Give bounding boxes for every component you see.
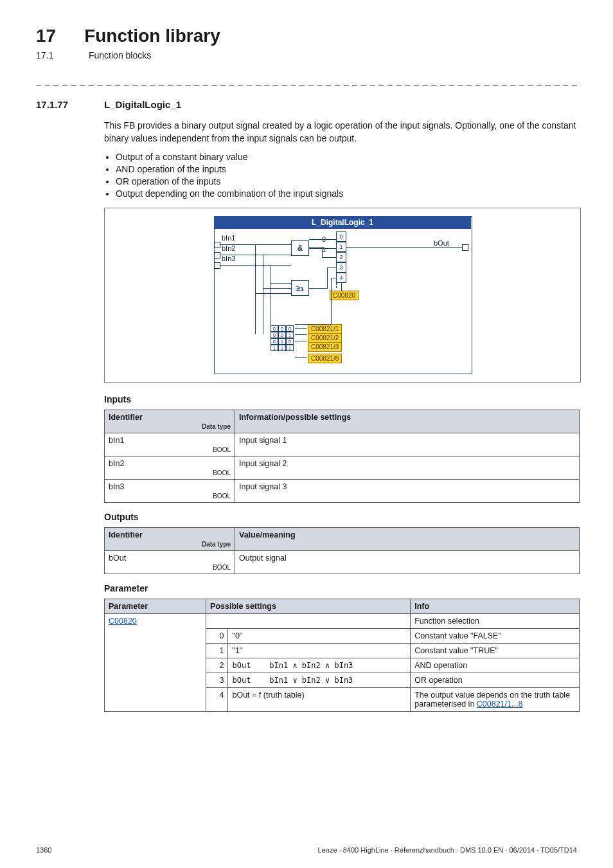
param-tag-c00820: C00820 bbox=[330, 291, 359, 300]
truth-cell: 1 bbox=[271, 345, 278, 351]
wire bbox=[346, 247, 462, 248]
wire bbox=[220, 255, 291, 255]
wire bbox=[309, 248, 336, 249]
col-info: Information/possible settings bbox=[235, 410, 580, 433]
th-text: Identifier bbox=[109, 530, 143, 539]
th-subtext: Data type bbox=[109, 423, 231, 430]
outputs-table: Identifier Data type Value/meaning bOutB… bbox=[104, 527, 580, 574]
footer-meta: Lenze · 8400 HighLine · Referenzhandbuch… bbox=[318, 846, 577, 854]
inputs-table: Identifier Data type Information/possibl… bbox=[104, 410, 580, 503]
cell-id: bIn2 bbox=[109, 459, 124, 468]
cell-info: Input signal 1 bbox=[235, 433, 580, 456]
inputs-heading: Inputs bbox=[104, 394, 577, 404]
col-possible-settings: Possible settings bbox=[206, 599, 411, 613]
cell-num: 3 bbox=[206, 673, 228, 687]
truth-cell: 0 bbox=[278, 332, 286, 338]
wire bbox=[220, 244, 291, 245]
setting-expr: bIn1 ∨ bIn2 ∨ bIn3 bbox=[269, 676, 353, 685]
input-port bbox=[214, 252, 220, 258]
chapter-header: 17 Function library bbox=[36, 26, 577, 46]
input-label-bIn3: bIn3 bbox=[222, 255, 235, 262]
cell-setting: bOut bIn1 ∧ bIn2 ∧ bIn3 bbox=[228, 658, 411, 673]
parameter-table: Parameter Possible settings Info C00820 … bbox=[104, 599, 580, 712]
truth-cell: 0 bbox=[271, 332, 278, 338]
cell-setting: bOut bIn1 ∨ bIn2 ∨ bIn3 bbox=[228, 673, 411, 687]
or-gate: ≥₁ bbox=[291, 280, 309, 296]
mux-slot: 3 bbox=[336, 262, 346, 273]
wire bbox=[295, 357, 306, 358]
setting-pre: bOut bbox=[232, 661, 251, 670]
wire bbox=[263, 288, 291, 289]
table-row: bOutBOOL Output signal bbox=[105, 550, 580, 574]
wire bbox=[255, 293, 291, 294]
cell-setting: "1" bbox=[228, 643, 411, 658]
block-diagram: L_DigitalLogic_1 bIn1 bIn2 bIn3 & ≥₁ 0 1… bbox=[104, 208, 581, 383]
cell-info: Input signal 3 bbox=[235, 479, 580, 502]
param-tag-c00821-1: C00821/1 bbox=[308, 324, 342, 334]
wire bbox=[309, 288, 327, 289]
param-link-c00821[interactable]: C00821/1...8 bbox=[477, 700, 523, 709]
param-tag-c00821-2: C00821/2 bbox=[308, 333, 342, 343]
param-tag-c00821-3: C00821/3 bbox=[308, 342, 342, 352]
cell-info: The output value depends on the truth ta… bbox=[411, 687, 580, 711]
section-heading: 17.1.77 L_DigitalLogic_1 bbox=[36, 99, 577, 110]
wire bbox=[295, 324, 331, 325]
truth-cell: 1 bbox=[286, 345, 294, 351]
param-link-c00820[interactable]: C00820 bbox=[109, 617, 137, 626]
setting-pre: bOut bbox=[232, 676, 251, 685]
wire bbox=[309, 247, 322, 248]
col-identifier: Identifier Data type bbox=[105, 410, 235, 433]
col-info: Info bbox=[411, 599, 580, 613]
th-subtext: Data type bbox=[109, 541, 231, 548]
wire bbox=[220, 265, 291, 266]
wire bbox=[271, 265, 271, 334]
col-identifier: Identifier Data type bbox=[105, 527, 235, 550]
section-title: L_DigitalLogic_1 bbox=[104, 99, 181, 110]
diagram-title: L_DigitalLogic_1 bbox=[214, 216, 471, 229]
mux-slot: 1 bbox=[336, 242, 346, 252]
wire bbox=[255, 244, 256, 334]
subchapter-title: Function blocks bbox=[89, 50, 151, 60]
truth-cell: 0 bbox=[271, 338, 278, 345]
page-footer: 1360 Lenze · 8400 HighLine · Referenzhan… bbox=[36, 846, 577, 854]
wire bbox=[327, 267, 328, 289]
wire bbox=[322, 257, 336, 258]
wire bbox=[322, 247, 323, 257]
chapter-title: Function library bbox=[84, 26, 220, 46]
subchapter-number: 17.1 bbox=[36, 50, 60, 60]
cell-id: bIn3 bbox=[109, 482, 124, 491]
cell-num: 2 bbox=[206, 658, 228, 673]
mux-slot: 4 bbox=[336, 273, 346, 283]
cell-info: OR operation bbox=[411, 673, 580, 687]
wire bbox=[263, 255, 263, 334]
table-row: C00820 Function selection bbox=[105, 613, 580, 628]
cell-num: 0 bbox=[206, 628, 228, 643]
col-info: Value/meaning bbox=[235, 527, 580, 550]
setting-expr: bIn1 ∧ bIn2 ∧ bIn3 bbox=[269, 661, 353, 670]
table-row: bIn2BOOL Input signal 2 bbox=[105, 456, 580, 479]
cell-dtype: BOOL bbox=[109, 493, 231, 500]
truth-cell: 1 bbox=[286, 332, 294, 338]
feature-bullets: Output of a constant binary value AND op… bbox=[104, 152, 577, 199]
intro-paragraph: This FB provides a binary output signal … bbox=[104, 119, 577, 145]
input-port bbox=[214, 242, 220, 248]
page-number: 1360 bbox=[36, 846, 51, 854]
table-row: bIn3BOOL Input signal 3 bbox=[105, 479, 580, 502]
wire bbox=[331, 278, 336, 278]
input-label-bIn1: bIn1 bbox=[222, 234, 235, 242]
cell-info: AND operation bbox=[411, 658, 580, 673]
truth-cell: 0 bbox=[278, 325, 286, 332]
truth-cell: 0 bbox=[286, 338, 294, 345]
wire bbox=[327, 267, 336, 268]
and-gate: & bbox=[291, 240, 309, 256]
separator-dashes: _ _ _ _ _ _ _ _ _ _ _ _ _ _ _ _ _ _ _ _ … bbox=[36, 76, 577, 86]
cell-num: 4 bbox=[206, 687, 228, 711]
section-number: 17.1.77 bbox=[36, 99, 84, 110]
output-label-bOut: bOut bbox=[434, 239, 449, 247]
bullet-item: OR operation of the inputs bbox=[116, 176, 577, 186]
cell-setting: "0" bbox=[228, 628, 411, 643]
subchapter-header: 17.1 Function blocks bbox=[36, 50, 577, 60]
wire bbox=[295, 334, 306, 335]
bullet-item: Output of a constant binary value bbox=[116, 152, 577, 162]
bullet-item: Output depending on the combination of t… bbox=[116, 188, 577, 199]
